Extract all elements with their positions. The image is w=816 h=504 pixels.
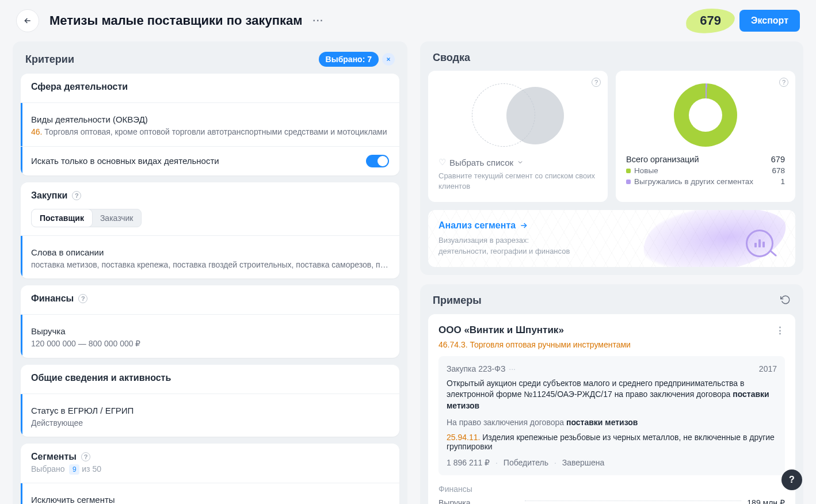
refresh-examples-button[interactable] — [780, 295, 791, 307]
legend-exported-value: 1 — [780, 177, 785, 186]
purchase-tag: Закупка 223-ФЗ — [447, 364, 505, 373]
compare-list-card: ? ♡ Выбрать список Сравните текущий сегм… — [428, 71, 608, 202]
only-main-okved-toggle[interactable] — [366, 155, 389, 167]
legend-dot-new — [626, 169, 631, 173]
total-orgs-value: 679 — [771, 155, 785, 164]
arrow-right-icon — [519, 221, 528, 230]
help-icon[interactable]: ? — [78, 294, 87, 303]
only-main-okved-label: Искать только в основных видах деятельно… — [31, 156, 219, 166]
segment-analysis-card[interactable]: Анализ сегмента Визуализация в разрезах:… — [428, 210, 795, 266]
exclude-segments-label[interactable]: Исключить сегменты — [31, 495, 389, 504]
tab-customer[interactable]: Заказчик — [92, 209, 142, 227]
example-more-button[interactable]: ⋮ — [775, 324, 785, 337]
general-group-title: Общие сведения и активность — [31, 373, 389, 383]
selected-criteria-pill[interactable]: Выбрано: 7 — [319, 52, 379, 67]
finance-group-title: Финансы ? — [31, 293, 389, 304]
legend-exported-label: Выгружались в других сегментах — [634, 177, 753, 186]
back-button[interactable] — [16, 9, 39, 32]
help-fab-button[interactable]: ? — [781, 469, 802, 490]
select-list-dropdown[interactable]: ♡ Выбрать список — [438, 157, 597, 167]
egrul-status-label[interactable]: Статус в ЕГРЮЛ / ЕГРИП — [31, 406, 389, 415]
company-okved: 46.74.3. Торговля оптовая ручными инстру… — [438, 340, 785, 349]
totals-card: ? Всего организаций 679 Новые 678 — [616, 71, 795, 202]
purchase-year: 2017 — [759, 364, 777, 373]
heart-icon: ♡ — [438, 157, 446, 167]
finance-revenue-row: Выручка 189 млн ₽ — [438, 498, 785, 504]
revenue-label[interactable]: Выручка — [31, 326, 389, 336]
purchase-description: Открытый аукцион среди субъектов малого … — [447, 378, 777, 412]
okved-code: 46. — [31, 127, 42, 136]
help-icon[interactable]: ? — [81, 452, 90, 461]
clear-criteria-button[interactable] — [382, 53, 395, 66]
words-value: поставка метизов, поставка крепежа, пост… — [31, 259, 389, 271]
total-orgs-label: Всего организаций — [626, 155, 699, 164]
segments-group-title: Сегменты ? — [31, 452, 389, 462]
purchases-role-tabs: Поставщик Заказчик — [31, 209, 142, 227]
okpd-row: 25.94.11. Изделия крепежные резьбовые из… — [447, 433, 777, 451]
legend-dot-exported — [626, 180, 631, 184]
summary-heading: Сводка — [433, 52, 470, 64]
legend-new-value: 678 — [772, 166, 785, 175]
export-button[interactable]: Экспорт — [739, 10, 800, 32]
example-company-card: ООО «Винтик и Шпунтик» ⋮ 46.74.3. Торгов… — [428, 314, 795, 504]
company-name[interactable]: ООО «Винтик и Шпунтик» — [438, 324, 564, 336]
result-count: 679 — [692, 11, 729, 30]
segments-selected-summary: Выбрано 9 из 50 — [31, 464, 389, 475]
activity-group-title: Сфера деятельности — [31, 82, 389, 92]
words-label[interactable]: Слова в описании — [31, 247, 389, 257]
page-title: Метизы малые поставщики по закупкам — [49, 13, 302, 28]
examples-heading: Примеры — [433, 295, 482, 307]
purchases-group-title: Закупки ? — [31, 190, 389, 201]
revenue-value: 120 000 000 — 800 000 000 ₽ — [31, 338, 389, 350]
analysis-sub2: деятельности, географии и финансов — [438, 246, 785, 257]
tab-supplier[interactable]: Поставщик — [32, 209, 92, 227]
purchase-right-subject: На право заключения договора поставки ме… — [447, 418, 777, 427]
criteria-heading: Критерии — [25, 54, 74, 66]
finance-block-heading: Финансы — [438, 484, 785, 494]
help-icon[interactable]: ? — [72, 191, 81, 200]
purchase-meta: 1 896 211 ₽ · Победитель · Завершена — [447, 458, 777, 467]
chevron-down-icon — [517, 159, 524, 166]
donut-chart — [674, 83, 737, 147]
legend-new-label: Новые — [634, 166, 658, 175]
help-icon[interactable]: ? — [779, 78, 788, 87]
okved-label[interactable]: Виды деятельности (ОКВЭД) — [31, 114, 389, 124]
compare-hint: Сравните текущий сегмент со списком свои… — [438, 171, 597, 192]
more-actions-button[interactable]: ··· — [312, 16, 323, 26]
egrul-status-value: Действующее — [31, 418, 389, 429]
segment-analysis-link[interactable]: Анализ сегмента — [438, 220, 785, 231]
okved-text: Торговля оптовая, кроме оптовой торговли… — [44, 127, 387, 136]
help-icon[interactable]: ? — [592, 78, 601, 87]
analysis-sub1: Визуализация в разрезах: — [438, 235, 785, 246]
venn-diagram — [466, 81, 570, 150]
